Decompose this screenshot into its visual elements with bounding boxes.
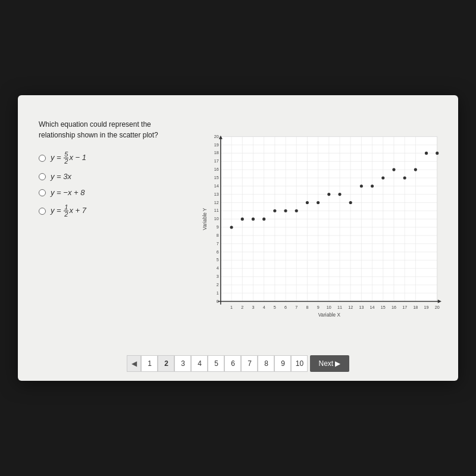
svg-text:17: 17 [402,305,407,310]
svg-text:10: 10 [327,305,331,310]
svg-point-106 [436,152,439,155]
svg-point-91 [273,209,276,212]
svg-text:16: 16 [214,167,219,172]
page-7-button[interactable]: 7 [241,355,258,372]
svg-text:7: 7 [295,305,298,310]
svg-point-98 [349,201,352,204]
svg-point-101 [381,176,384,179]
svg-point-104 [414,168,417,171]
scatter-plot: 0 1 2 3 4 5 6 7 8 9 10 11 12 13 14 15 16 [199,116,443,340]
page-8-button[interactable]: 8 [258,355,274,372]
page-3-button[interactable]: 3 [174,355,191,372]
svg-text:14: 14 [214,184,219,189]
svg-point-95 [317,201,320,204]
svg-point-96 [327,193,330,196]
option-b[interactable]: y = 3x [39,172,178,181]
x-axis-label: Variable X [318,312,341,318]
option-c-label: y = −x + 8 [51,188,84,197]
svg-text:5: 5 [217,258,219,262]
svg-text:9: 9 [317,305,320,310]
svg-text:1: 1 [217,291,219,296]
radio-b[interactable] [39,173,46,180]
page-9-button[interactable]: 9 [274,355,291,372]
page-2-button[interactable]: 2 [158,355,174,372]
svg-text:9: 9 [217,225,219,230]
svg-point-105 [425,152,428,155]
next-button[interactable]: Next ▶ [310,355,349,372]
svg-text:13: 13 [359,305,364,310]
svg-text:18: 18 [413,305,418,310]
svg-text:19: 19 [214,143,219,148]
options-list: y = 52x − 1 y = 3x y = −x + 8 [39,151,178,218]
svg-text:10: 10 [214,217,219,221]
svg-text:7: 7 [217,242,219,246]
svg-text:19: 19 [424,305,429,310]
svg-text:15: 15 [381,305,386,310]
radio-a[interactable] [39,155,46,162]
svg-text:4: 4 [217,266,219,271]
option-a[interactable]: y = 52x − 1 [39,151,178,165]
option-b-label: y = 3x [51,172,71,181]
page-5-button[interactable]: 5 [208,355,224,372]
pagination: ◀ 1 2 3 4 5 6 7 8 9 10 Next ▶ [30,350,446,372]
svg-text:18: 18 [214,151,219,155]
question-text: Which equation could represent the relat… [39,119,178,140]
svg-marker-45 [438,299,441,303]
svg-text:8: 8 [306,305,308,310]
svg-point-100 [371,184,374,187]
svg-point-92 [284,209,287,212]
svg-text:12: 12 [214,201,219,205]
svg-text:20: 20 [435,305,440,310]
svg-point-102 [392,168,395,171]
page-4-button[interactable]: 4 [191,355,208,372]
page-1-button[interactable]: 1 [141,355,158,372]
svg-text:11: 11 [337,305,342,310]
svg-text:13: 13 [214,192,219,197]
svg-text:1: 1 [230,305,233,310]
svg-point-88 [241,218,244,221]
svg-text:17: 17 [214,159,219,164]
svg-text:3: 3 [252,305,254,310]
svg-point-89 [252,218,255,221]
svg-point-93 [295,209,298,212]
option-a-label: y = 52x − 1 [51,151,86,165]
svg-text:15: 15 [214,176,219,180]
svg-text:5: 5 [274,305,276,310]
page-10-button[interactable]: 10 [291,355,308,372]
chart-panel: 0 1 2 3 4 5 6 7 8 9 10 11 12 13 14 15 16 [196,113,446,343]
svg-point-90 [262,218,265,221]
svg-text:2: 2 [241,305,243,310]
radio-c[interactable] [39,189,46,196]
svg-text:20: 20 [214,134,219,139]
svg-text:12: 12 [348,305,353,310]
option-d[interactable]: y = 12x + 7 [39,204,178,218]
svg-text:6: 6 [217,250,219,255]
option-d-label: y = 12x + 7 [51,204,86,218]
svg-text:4: 4 [263,305,265,310]
svg-text:16: 16 [392,305,396,310]
svg-point-87 [230,226,233,228]
svg-text:3: 3 [217,274,219,279]
svg-point-94 [306,201,309,204]
svg-text:14: 14 [370,305,375,310]
svg-text:2: 2 [217,283,219,287]
svg-point-99 [360,184,363,187]
page-6-button[interactable]: 6 [224,355,241,372]
svg-point-103 [403,176,406,179]
svg-point-97 [338,193,341,196]
svg-text:6: 6 [284,305,287,310]
svg-text:11: 11 [214,208,219,213]
y-axis-label: Variable Y [202,208,208,230]
svg-text:8: 8 [217,233,219,238]
option-c[interactable]: y = −x + 8 [39,188,178,197]
radio-d[interactable] [39,208,46,215]
svg-text:0: 0 [217,299,219,304]
prev-page-button[interactable]: ◀ [127,355,141,372]
